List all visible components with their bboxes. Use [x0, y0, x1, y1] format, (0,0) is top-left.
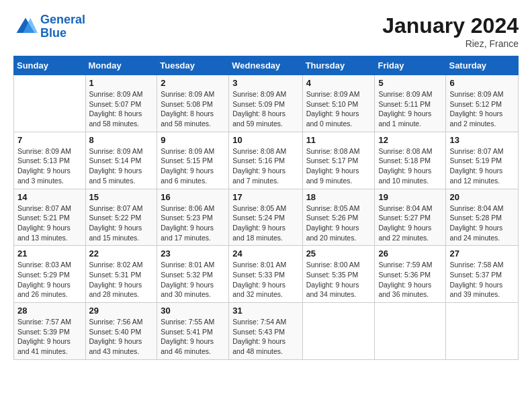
day-number: 28 — [17, 306, 82, 316]
title-block: January 2024 Riez, France — [382, 13, 519, 49]
calendar-cell: 4Sunrise: 8:09 AMSunset: 5:10 PMDaylight… — [302, 75, 375, 132]
day-info: Sunrise: 8:09 AMSunset: 5:13 PMDaylight:… — [17, 146, 82, 186]
day-info: Sunrise: 8:07 AMSunset: 5:22 PMDaylight:… — [89, 203, 154, 243]
day-info: Sunrise: 8:09 AMSunset: 5:10 PMDaylight:… — [306, 89, 371, 129]
calendar-cell: 19Sunrise: 8:04 AMSunset: 5:27 PMDayligh… — [375, 189, 446, 246]
calendar-cell: 24Sunrise: 8:01 AMSunset: 5:33 PMDayligh… — [229, 246, 302, 303]
calendar-cell: 9Sunrise: 8:09 AMSunset: 5:15 PMDaylight… — [157, 132, 229, 189]
day-info: Sunrise: 7:55 AMSunset: 5:41 PMDaylight:… — [161, 317, 225, 357]
day-number: 31 — [232, 306, 298, 316]
calendar-cell: 27Sunrise: 7:58 AMSunset: 5:37 PMDayligh… — [446, 246, 519, 303]
calendar-cell: 5Sunrise: 8:09 AMSunset: 5:11 PMDaylight… — [375, 75, 446, 132]
day-info: Sunrise: 8:09 AMSunset: 5:12 PMDaylight:… — [449, 89, 515, 129]
day-info: Sunrise: 8:03 AMSunset: 5:29 PMDaylight:… — [17, 260, 82, 300]
day-number: 25 — [306, 248, 371, 259]
day-number: 6 — [449, 78, 515, 88]
calendar-cell — [14, 75, 86, 132]
day-info: Sunrise: 8:05 AMSunset: 5:26 PMDaylight:… — [306, 203, 371, 243]
day-number: 3 — [232, 78, 298, 88]
day-number: 27 — [449, 248, 515, 259]
calendar-week-row: 7Sunrise: 8:09 AMSunset: 5:13 PMDaylight… — [14, 132, 519, 189]
day-info: Sunrise: 8:01 AMSunset: 5:32 PMDaylight:… — [161, 260, 225, 300]
day-number: 15 — [89, 192, 154, 202]
calendar-cell: 13Sunrise: 8:07 AMSunset: 5:19 PMDayligh… — [446, 132, 519, 189]
calendar-cell: 16Sunrise: 8:06 AMSunset: 5:23 PMDayligh… — [157, 189, 229, 246]
calendar-cell: 12Sunrise: 8:08 AMSunset: 5:18 PMDayligh… — [375, 132, 446, 189]
location: Riez, France — [382, 38, 519, 49]
calendar-header-row: SundayMondayTuesdayWednesdayThursdayFrid… — [14, 56, 519, 75]
calendar-cell: 18Sunrise: 8:05 AMSunset: 5:26 PMDayligh… — [302, 189, 375, 246]
day-info: Sunrise: 8:08 AMSunset: 5:18 PMDaylight:… — [378, 146, 442, 186]
calendar-day-header: Tuesday — [157, 56, 229, 75]
calendar-cell: 29Sunrise: 7:56 AMSunset: 5:40 PMDayligh… — [85, 303, 157, 360]
calendar-day-header: Wednesday — [229, 56, 302, 75]
day-number: 22 — [89, 248, 154, 259]
calendar-table: SundayMondayTuesdayWednesdayThursdayFrid… — [13, 56, 519, 360]
calendar-day-header: Friday — [375, 56, 446, 75]
calendar-cell: 20Sunrise: 8:04 AMSunset: 5:28 PMDayligh… — [446, 189, 519, 246]
day-info: Sunrise: 8:09 AMSunset: 5:07 PMDaylight:… — [89, 89, 154, 129]
day-number: 18 — [306, 192, 371, 202]
logo-icon — [13, 15, 38, 39]
day-info: Sunrise: 7:57 AMSunset: 5:39 PMDaylight:… — [17, 317, 82, 357]
calendar-week-row: 28Sunrise: 7:57 AMSunset: 5:39 PMDayligh… — [14, 303, 519, 360]
day-number: 23 — [161, 248, 225, 259]
calendar-cell — [446, 303, 519, 360]
calendar-cell: 21Sunrise: 8:03 AMSunset: 5:29 PMDayligh… — [14, 246, 86, 303]
day-number: 4 — [306, 78, 371, 88]
day-info: Sunrise: 8:09 AMSunset: 5:15 PMDaylight:… — [161, 146, 225, 186]
day-info: Sunrise: 8:08 AMSunset: 5:17 PMDaylight:… — [306, 146, 371, 186]
day-number: 17 — [232, 192, 298, 202]
day-info: Sunrise: 8:06 AMSunset: 5:23 PMDaylight:… — [161, 203, 225, 243]
day-info: Sunrise: 8:04 AMSunset: 5:28 PMDaylight:… — [449, 203, 515, 243]
day-number: 29 — [89, 306, 154, 316]
day-info: Sunrise: 8:09 AMSunset: 5:11 PMDaylight:… — [378, 89, 442, 129]
calendar-cell: 15Sunrise: 8:07 AMSunset: 5:22 PMDayligh… — [85, 189, 157, 246]
calendar-cell — [302, 303, 375, 360]
day-info: Sunrise: 7:58 AMSunset: 5:37 PMDaylight:… — [449, 260, 515, 300]
calendar-cell — [375, 303, 446, 360]
day-number: 2 — [161, 78, 225, 88]
calendar-cell: 17Sunrise: 8:05 AMSunset: 5:24 PMDayligh… — [229, 189, 302, 246]
logo-line1: General — [40, 13, 85, 26]
month-title: January 2024 — [382, 13, 519, 38]
day-info: Sunrise: 8:07 AMSunset: 5:21 PMDaylight:… — [17, 203, 82, 243]
page: General Blue January 2024 Riez, France S… — [0, 0, 532, 411]
day-info: Sunrise: 8:09 AMSunset: 5:14 PMDaylight:… — [89, 146, 154, 186]
calendar-cell: 14Sunrise: 8:07 AMSunset: 5:21 PMDayligh… — [14, 189, 86, 246]
calendar-week-row: 14Sunrise: 8:07 AMSunset: 5:21 PMDayligh… — [14, 189, 519, 246]
calendar-cell: 28Sunrise: 7:57 AMSunset: 5:39 PMDayligh… — [14, 303, 86, 360]
day-info: Sunrise: 8:02 AMSunset: 5:31 PMDaylight:… — [89, 260, 154, 300]
logo-line2: Blue — [40, 26, 66, 40]
calendar-cell: 22Sunrise: 8:02 AMSunset: 5:31 PMDayligh… — [85, 246, 157, 303]
day-info: Sunrise: 7:56 AMSunset: 5:40 PMDaylight:… — [89, 317, 154, 357]
day-number: 8 — [89, 135, 154, 145]
logo: General Blue — [13, 13, 85, 40]
calendar-cell: 6Sunrise: 8:09 AMSunset: 5:12 PMDaylight… — [446, 75, 519, 132]
calendar-day-header: Sunday — [14, 56, 86, 75]
day-number: 26 — [378, 248, 442, 259]
day-info: Sunrise: 8:05 AMSunset: 5:24 PMDaylight:… — [232, 203, 298, 243]
day-info: Sunrise: 8:09 AMSunset: 5:08 PMDaylight:… — [161, 89, 225, 129]
day-number: 1 — [89, 78, 154, 88]
day-info: Sunrise: 7:54 AMSunset: 5:43 PMDaylight:… — [232, 317, 298, 357]
calendar-day-header: Saturday — [446, 56, 519, 75]
calendar-week-row: 21Sunrise: 8:03 AMSunset: 5:29 PMDayligh… — [14, 246, 519, 303]
day-number: 21 — [17, 248, 82, 259]
calendar-cell: 23Sunrise: 8:01 AMSunset: 5:32 PMDayligh… — [157, 246, 229, 303]
calendar-cell: 25Sunrise: 8:00 AMSunset: 5:35 PMDayligh… — [302, 246, 375, 303]
day-number: 24 — [232, 248, 298, 259]
day-info: Sunrise: 8:07 AMSunset: 5:19 PMDaylight:… — [449, 146, 515, 186]
calendar-day-header: Monday — [85, 56, 157, 75]
day-number: 13 — [449, 135, 515, 145]
day-number: 7 — [17, 135, 82, 145]
day-number: 19 — [378, 192, 442, 202]
day-number: 30 — [161, 306, 225, 316]
calendar-cell: 1Sunrise: 8:09 AMSunset: 5:07 PMDaylight… — [85, 75, 157, 132]
day-info: Sunrise: 8:09 AMSunset: 5:09 PMDaylight:… — [232, 89, 298, 129]
day-number: 5 — [378, 78, 442, 88]
calendar-cell: 2Sunrise: 8:09 AMSunset: 5:08 PMDaylight… — [157, 75, 229, 132]
day-number: 12 — [378, 135, 442, 145]
calendar-cell: 7Sunrise: 8:09 AMSunset: 5:13 PMDaylight… — [14, 132, 86, 189]
day-number: 20 — [449, 192, 515, 202]
